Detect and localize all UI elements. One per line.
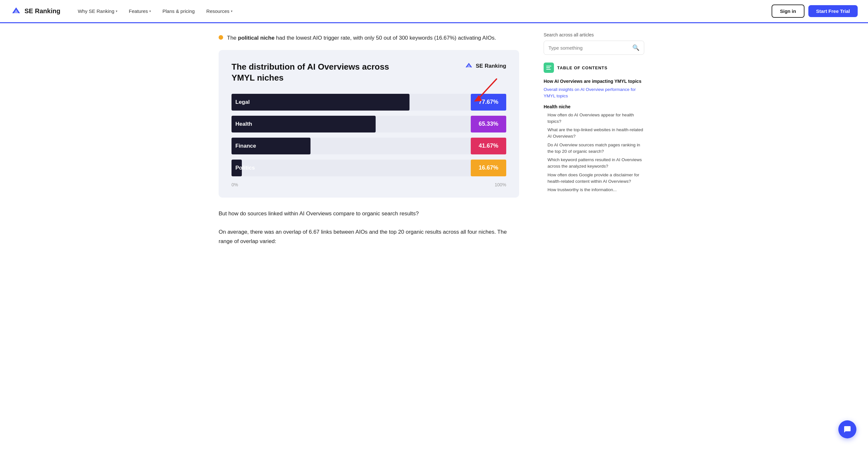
logo[interactable]: SE Ranking [10,5,60,17]
nav-actions: Sign in Start Free Trial [772,4,858,18]
chart-logo-text: SE Ranking [476,63,506,69]
chevron-down-icon: ▾ [231,9,232,13]
bar-label: Health [236,121,252,127]
chart-container: The distribution of AI Overviews across … [219,50,519,198]
search-input[interactable] [549,45,632,51]
bar-chart: Legal77.67%Health65.33%Finance41.67%Poli… [231,94,506,179]
logo-icon [10,5,22,17]
para2: On average, there was an overlap of 6.67… [219,228,519,246]
svg-rect-2 [546,66,551,66]
page-layout: The political niche had the lowest AIO t… [208,23,660,265]
chart-logo-icon [464,62,473,71]
search-box[interactable]: 🔍 [544,41,644,55]
chevron-down-icon: ▾ [116,9,117,13]
svg-rect-4 [546,69,551,70]
logo-text: SE Ranking [25,7,60,15]
nav-item-pricing[interactable]: Plans & pricing [158,6,199,17]
para1: But how do sources linked within AI Over… [219,209,519,219]
toc-section1-title: How AI Overviews are impacting YMYL topi… [544,79,644,84]
svg-rect-3 [546,67,550,68]
arrow-annotation [471,76,500,106]
toc-sub-link[interactable]: What are the top-linked websites in heal… [544,127,644,140]
toc-sub-link[interactable]: Which keyword patterns resulted in AI Ov… [544,157,644,170]
start-trial-button[interactable]: Start Free Trial [808,5,858,17]
svg-line-0 [477,79,497,100]
toc-sub-link[interactable]: Do AI Overview sources match pages ranki… [544,142,644,155]
signin-button[interactable]: Sign in [772,4,804,18]
chevron-down-icon: ▾ [149,9,151,13]
bar-row: Finance41.67% [231,138,506,154]
toc-icon [544,63,554,73]
bar-percent: 65.33% [471,116,506,132]
toc-link-overall[interactable]: Overall insights on AI Overview performa… [544,86,644,100]
nav-links: Why SE Ranking ▾ Features ▾ Plans & pric… [73,6,772,17]
search-icon: 🔍 [632,44,640,51]
axis-end: 100% [495,182,506,187]
bar-row: Politics16.67% [231,160,506,176]
toc-sub-links: How often do AI Overviews appear for hea… [544,112,644,193]
bar-label: Finance [236,143,256,149]
nav-item-features[interactable]: Features ▾ [124,6,155,17]
bullet-point-section: The political niche had the lowest AIO t… [219,34,519,42]
navbar: SE Ranking Why SE Ranking ▾ Features ▾ P… [0,0,868,23]
chart-logo: SE Ranking [464,62,506,71]
main-content: The political niche had the lowest AIO t… [219,23,535,265]
bullet-dot [219,35,223,40]
nav-item-resources[interactable]: Resources ▾ [202,6,237,17]
axis-start: 0% [231,182,238,187]
chart-header: The distribution of AI Overviews across … [231,62,506,84]
bar-label: Legal [236,99,250,105]
bar-row: Health65.33% [231,116,506,132]
toc-sub-link[interactable]: How often do AI Overviews appear for hea… [544,112,644,125]
bar-row: Legal77.67% [231,94,506,110]
toc-sub-link[interactable]: How often does Google provide a disclaim… [544,172,644,185]
toc-section2-title: Health niche [544,104,644,109]
bullet-text: The political niche had the lowest AIO t… [227,34,496,42]
nav-item-why[interactable]: Why SE Ranking ▾ [73,6,122,17]
bar-percent: 16.67% [471,160,506,176]
bar-label: Politics [236,165,255,171]
toc-sub-link[interactable]: How trustworthy is the information... [544,187,644,193]
sidebar: Search across all articles 🔍 TABLE OF CO… [535,23,644,265]
toc-title: TABLE OF CONTENTS [557,65,608,70]
toc-header: TABLE OF CONTENTS [544,63,644,73]
search-label: Search across all articles [544,32,644,37]
axis-labels: 0% 100% [231,182,506,187]
bar-percent: 41.67% [471,138,506,154]
chart-title: The distribution of AI Overviews across … [231,62,412,84]
